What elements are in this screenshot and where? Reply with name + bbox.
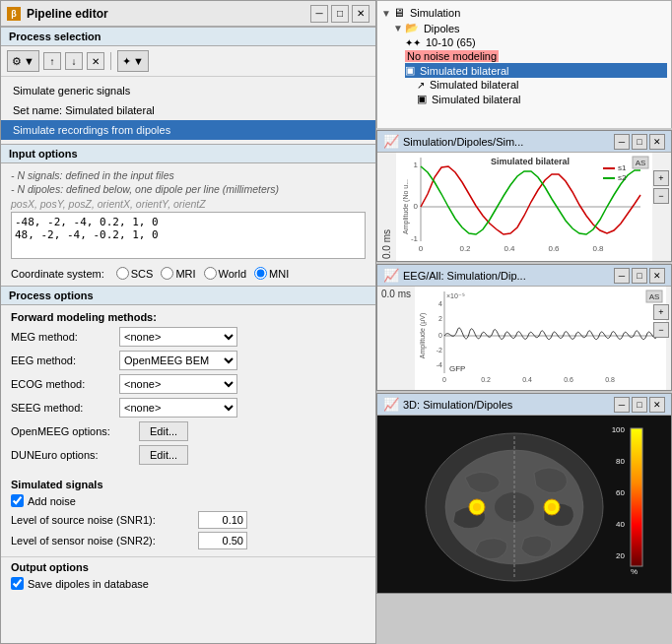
tree-item-simulation[interactable]: ▼ 🖥 Simulation	[381, 5, 667, 21]
tree-item-simulated-selected[interactable]: ▣ Simulated bilateral	[405, 63, 667, 78]
sim-bilateral-maximize[interactable]: □	[632, 134, 647, 150]
svg-text:60: 60	[616, 488, 625, 497]
tree-item-simulated-2[interactable]: ▣ Simulated bilateral	[417, 92, 667, 106]
coord-label: Coordinate system:	[11, 268, 104, 280]
save-dipoles-checkbox[interactable]	[11, 577, 24, 590]
svg-text:0.2: 0.2	[459, 244, 471, 253]
brain-maximize[interactable]: □	[632, 397, 647, 413]
coord-scs[interactable]: SCS	[116, 267, 154, 280]
maximize-button[interactable]: □	[331, 5, 349, 23]
gear-icon: ⚙	[12, 55, 22, 68]
process-options-section: Forward modeling methods: MEG method: <n…	[1, 305, 375, 475]
snr1-input[interactable]	[198, 511, 247, 529]
openmeeg-row: OpenMEEG options: Edit...	[11, 421, 366, 441]
eeg-ms-label: 0.0 ms	[377, 287, 415, 390]
sim-bilateral-close[interactable]: ✕	[649, 134, 665, 150]
svg-text:40: 40	[616, 520, 625, 529]
svg-text:1: 1	[414, 161, 419, 169]
add-icon: ✦	[122, 55, 131, 68]
svg-text:2: 2	[438, 315, 442, 322]
process-options-header: Process options	[1, 286, 375, 305]
left-content-scroll[interactable]: Input options - N signals: defined in th…	[1, 144, 375, 643]
right-panel: ▼ 🖥 Simulation ▼ 📂 Dipoles ✦✦ 10-10 (65)…	[376, 0, 672, 644]
gear-button[interactable]: ⚙ ▼	[7, 50, 39, 72]
close-button[interactable]: ✕	[352, 5, 370, 23]
move-down-button[interactable]: ↓	[65, 52, 83, 70]
process-toolbar: ⚙ ▼ ↑ ↓ ✕ ✦ ▼	[1, 46, 375, 77]
simulated-signals-section: Simulated signals Add noise Level of sou…	[1, 475, 375, 556]
openmeeg-label: OpenMEEG options:	[11, 425, 139, 437]
add-dropdown-arrow: ▼	[133, 55, 144, 67]
svg-text:s1: s1	[618, 163, 627, 172]
snr2-input[interactable]	[198, 532, 247, 549]
move-up-button[interactable]: ↑	[43, 52, 61, 70]
seeg-method-select[interactable]: <none>	[119, 398, 237, 418]
dipoles-icon: 📂	[405, 22, 419, 34]
coord-mni[interactable]: MNI	[254, 267, 289, 280]
meg-method-row: MEG method: <none>	[11, 327, 366, 347]
svg-text:-2: -2	[437, 347, 442, 354]
input-options-header: Input options	[1, 144, 375, 163]
meg-method-select[interactable]: <none>	[119, 327, 237, 347]
duneuro-label: DUNEuro options:	[11, 449, 139, 461]
eeg-chart-container: 0.0 ms Amplitude (μV) ×10⁻⁵ 4 2 0 -2 -4	[377, 287, 671, 390]
coord-mri[interactable]: MRI	[161, 267, 195, 280]
ecog-method-row: ECOG method: <none>	[11, 374, 366, 394]
minimize-button[interactable]: ─	[310, 5, 328, 23]
add-noise-row: Add noise	[11, 494, 366, 507]
save-dipoles-row: Save dipoles in database	[11, 577, 366, 590]
meg-label: MEG method:	[11, 331, 119, 343]
ecog-method-select[interactable]: <none>	[119, 374, 237, 394]
zoom-out-2[interactable]: −	[653, 322, 669, 338]
eeg-close[interactable]: ✕	[649, 268, 665, 284]
menu-item-2[interactable]: Simulate recordings from dipoles	[1, 120, 375, 140]
eeg-minimize[interactable]: ─	[614, 268, 630, 284]
svg-rect-43	[631, 428, 642, 566]
toolbar-separator	[110, 52, 111, 70]
menu-item-0[interactable]: Simulate generic signals	[1, 81, 375, 100]
svg-text:20: 20	[616, 551, 625, 560]
brain-close[interactable]: ✕	[649, 397, 665, 413]
add-button[interactable]: ✦ ▼	[117, 50, 149, 72]
eeg-method-select[interactable]: OpenMEEG BEM	[119, 351, 237, 370]
svg-text:0.2: 0.2	[481, 376, 491, 383]
tree-item-nonoise[interactable]: No noise modeling	[405, 49, 667, 63]
openmeeg-edit-button[interactable]: Edit...	[139, 421, 188, 441]
zoom-in-2[interactable]: +	[653, 304, 669, 320]
tree-item-1010[interactable]: ✦✦ 10-10 (65)	[405, 35, 667, 49]
sim-bilateral-title: Simulation/Dipoles/Sim...	[403, 136, 610, 148]
tree-label-simulated-2: Simulated bilateral	[432, 94, 521, 105]
brain-3d-window: 📈 3D: Simulation/Dipoles ─ □ ✕	[376, 393, 672, 594]
sim-bilateral-minimize[interactable]: ─	[614, 134, 630, 150]
dipole-values-textarea[interactable]: -48, -2, -4, 0.2, 1, 0 48, -2, -4, -0.2,…	[11, 212, 366, 259]
svg-text:0.4: 0.4	[522, 376, 532, 383]
sim-chart-area: Amplitude (No u... 0 0.2 0.4 0.6 0.8 1 0…	[396, 153, 671, 261]
add-noise-checkbox[interactable]	[11, 494, 24, 507]
svg-point-40	[473, 503, 481, 511]
tree-item-dipoles[interactable]: ▼ 📂 Dipoles	[393, 21, 667, 35]
svg-text:GFP: GFP	[449, 364, 465, 373]
svg-text:Amplitude (No u...: Amplitude (No u...	[402, 179, 410, 234]
svg-text:0.6: 0.6	[564, 376, 573, 383]
left-panel-title: Pipeline editor	[27, 7, 304, 21]
simulated-signals-title: Simulated signals	[11, 479, 366, 490]
tree-label-simulated-selected: Simulated bilateral	[420, 65, 509, 77]
coord-world[interactable]: World	[204, 267, 247, 280]
brain-minimize[interactable]: ─	[614, 397, 630, 413]
pos-label: posX, posY, posZ, orientX, orientY, orie…	[11, 198, 366, 210]
brain-titlebar: 📈 3D: Simulation/Dipoles ─ □ ✕	[377, 394, 671, 416]
menu-item-1[interactable]: Set name: Simulated bilateral	[1, 100, 375, 120]
tree-item-simulated-1[interactable]: ↗ Simulated bilateral	[417, 78, 667, 92]
delete-button[interactable]: ✕	[87, 52, 104, 70]
eeg-maximize[interactable]: □	[632, 268, 647, 284]
gear-dropdown-arrow: ▼	[24, 55, 34, 67]
zoom-in-1[interactable]: +	[653, 170, 669, 186]
item-icon-1010: ✦✦	[405, 37, 421, 48]
duneuro-edit-button[interactable]: Edit...	[139, 445, 188, 465]
output-options-title: Output options	[11, 561, 366, 573]
input-note-0: - N signals: defined in the input files	[11, 169, 366, 181]
seeg-label: SEEG method:	[11, 402, 119, 414]
input-note-1: - N dipoles: defined below, one dipole p…	[11, 183, 366, 195]
file-tree: ▼ 🖥 Simulation ▼ 📂 Dipoles ✦✦ 10-10 (65)…	[376, 0, 672, 128]
zoom-out-1[interactable]: −	[653, 188, 669, 204]
